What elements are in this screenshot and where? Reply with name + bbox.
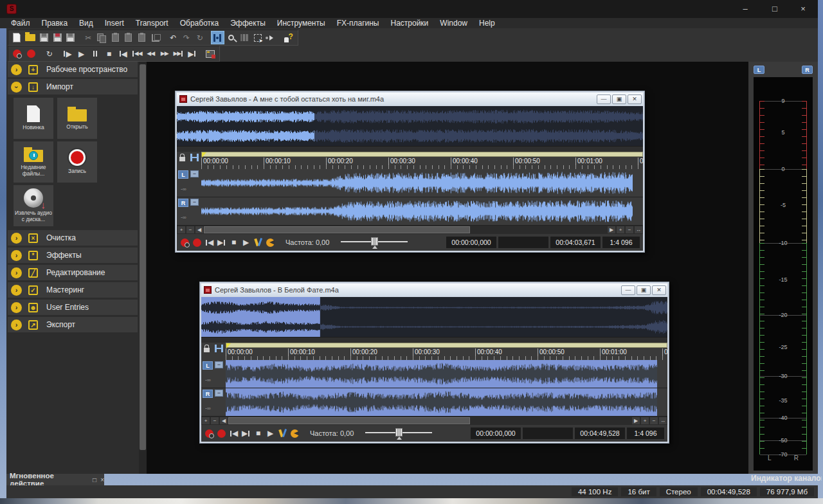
redo-all-button[interactable]: ↻	[193, 31, 206, 44]
forward-all-button[interactable]: ▶▶	[172, 47, 186, 60]
rewind-button[interactable]: ◀◀	[143, 47, 158, 60]
paste-special-button[interactable]	[122, 31, 136, 44]
tile-record[interactable]: Запись	[57, 141, 97, 183]
left-waveform[interactable]	[226, 360, 657, 388]
open-file-button[interactable]	[24, 31, 37, 44]
save-button[interactable]	[37, 31, 51, 44]
record-remote-button[interactable]	[179, 236, 191, 249]
loop-region-bar[interactable]	[226, 343, 667, 348]
right-channel-button[interactable]: R	[178, 199, 188, 207]
chevron-right-icon[interactable]: ›	[11, 64, 22, 75]
marker-tool-button[interactable]	[276, 427, 289, 440]
menu-item-window[interactable]: Window	[434, 18, 473, 28]
go-to-start-button[interactable]: ◀	[203, 236, 215, 249]
menu-item-вид[interactable]: Вид	[73, 18, 99, 28]
chevron-right-icon[interactable]: ›	[11, 233, 22, 244]
edit-cursor-icon[interactable]	[215, 345, 223, 352]
zoom-tool-button[interactable]	[224, 31, 238, 44]
menu-item-настройки[interactable]: Настройки	[384, 18, 434, 28]
edit-tool-button[interactable]	[211, 31, 224, 44]
chevron-right-icon[interactable]: ›	[11, 285, 22, 296]
doc-minimize-button[interactable]: —	[597, 94, 611, 104]
sidebar-scrollbar[interactable]	[139, 62, 147, 474]
zoom-out-button[interactable]: −	[186, 226, 195, 234]
rate-slider[interactable]	[341, 237, 408, 248]
go-to-end-button[interactable]: ▶	[215, 236, 228, 249]
stop-button[interactable]: ■	[102, 47, 116, 60]
scroll-left-button[interactable]: ◀	[219, 417, 228, 425]
scrub-control-button[interactable]	[264, 236, 276, 249]
go-to-start-button[interactable]: ◀	[228, 427, 240, 440]
slider-thumb[interactable]	[371, 237, 378, 246]
sidebar-section-экспорт[interactable]: ›↗Экспорт	[8, 317, 138, 332]
menu-item-transport[interactable]: Transport	[130, 18, 174, 28]
instant-action-tab[interactable]: Мгновенное действие □ ×	[6, 474, 104, 485]
play-button[interactable]: ▶	[75, 47, 89, 60]
trim-button[interactable]	[149, 31, 162, 44]
scrollbar-thumb[interactable]	[228, 417, 470, 424]
scroll-right-button[interactable]: ▶	[607, 226, 616, 234]
fit-button[interactable]: ↔	[634, 226, 643, 234]
pencil-tool-button[interactable]	[265, 31, 278, 44]
zoom-in-button[interactable]: +	[201, 417, 210, 425]
doc-close-button[interactable]: ✕	[652, 285, 666, 295]
channel-minimize-button[interactable]: −	[190, 170, 199, 177]
chevron-right-icon[interactable]: ›	[11, 267, 22, 278]
tile-open-folder[interactable]: Открыть	[57, 98, 97, 139]
sidebar-section-эффекты[interactable]: ›*Эффекты	[8, 248, 138, 263]
left-channel-row[interactable]: L − -∞	[177, 169, 643, 197]
right-waveform[interactable]	[201, 197, 633, 225]
chevron-right-icon[interactable]: ›	[11, 250, 22, 261]
pause-button[interactable]	[88, 47, 102, 60]
paste-mix-button[interactable]	[135, 31, 149, 44]
overview-waveform[interactable]	[201, 297, 667, 337]
menu-item-эффекты[interactable]: Эффекты	[224, 18, 271, 28]
chevron-right-icon[interactable]: ›	[11, 302, 22, 313]
undo-button[interactable]: ↶	[167, 31, 180, 44]
menu-item-обработка[interactable]: Обработка	[174, 18, 225, 28]
rate-slider[interactable]	[365, 428, 432, 438]
sidebar-section-user-entries[interactable]: ›☻User Entries	[8, 300, 138, 315]
overview-waveform[interactable]	[177, 106, 643, 146]
meter-right-button[interactable]: R	[802, 66, 813, 74]
doc-close-button[interactable]: ✕	[628, 94, 642, 104]
play-all-button[interactable]: ▶	[60, 47, 75, 60]
rewind-all-button[interactable]: ◀◀	[130, 47, 144, 60]
left-channel-button[interactable]: L	[178, 170, 188, 179]
time-ruler[interactable]: 00:00:0000:00:1000:00:2000:00:3000:00:40…	[201, 343, 667, 360]
zoom-out-button[interactable]: −	[625, 226, 634, 234]
scrollbar-thumb[interactable]	[204, 226, 470, 233]
sidebar-section-импорт[interactable]: ›↓Импорт	[8, 79, 138, 94]
sidebar-section-рабочее-пространство[interactable]: ›+Рабочее пространство	[8, 62, 138, 77]
menu-item-инструменты[interactable]: Инструменты	[271, 18, 331, 28]
right-channel-row[interactable]: R − -∞	[177, 197, 643, 226]
editor-window-button[interactable]	[203, 47, 217, 60]
envelope-tool-button[interactable]	[238, 31, 251, 44]
marker-tool-button[interactable]	[252, 236, 264, 249]
document-titlebar[interactable]: Сергей Завьялов - В Белой Фате.m4a — ▣ ✕	[201, 284, 667, 296]
sidebar-section-очистка[interactable]: ›×Очистка	[8, 230, 138, 246]
new-file-button[interactable]	[10, 31, 24, 44]
go-to-end-button[interactable]: ▶	[185, 47, 199, 60]
tile-recent-files[interactable]: Недавние файлы...	[14, 141, 53, 183]
record-cd-button[interactable]	[10, 47, 24, 60]
go-to-start-button[interactable]: ◀	[116, 47, 130, 60]
meter-left-button[interactable]: L	[754, 66, 764, 74]
scroll-right-button[interactable]: ▶	[631, 417, 640, 425]
scrub-control-button[interactable]	[289, 427, 301, 440]
play-button[interactable]: ▶	[240, 236, 252, 249]
doc-restore-button[interactable]: ▣	[637, 285, 651, 295]
menu-item-fx-плагины[interactable]: FX-плагины	[331, 18, 385, 28]
menu-item-файл[interactable]: Файл	[5, 18, 36, 28]
go-to-end-button[interactable]: ▶	[240, 427, 252, 440]
copy-button[interactable]	[95, 31, 109, 44]
chevron-right-icon[interactable]: ›	[11, 320, 22, 330]
app-maximize-button[interactable]: □	[765, 3, 784, 15]
zoom-in-button[interactable]: +	[616, 226, 625, 234]
scroll-left-button[interactable]: ◀	[195, 226, 204, 234]
document-window-2[interactable]: Сергей Завьялов - В Белой Фате.m4a — ▣ ✕…	[199, 282, 669, 444]
forward-button[interactable]: ▶▶	[158, 47, 172, 60]
redo-button[interactable]: ↷	[180, 31, 194, 44]
left-channel-row[interactable]: L − -∞	[201, 360, 667, 388]
chevron-down-icon[interactable]: ›	[11, 82, 22, 93]
